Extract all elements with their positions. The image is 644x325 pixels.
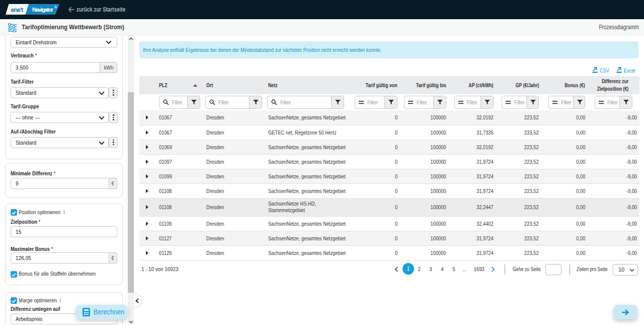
svg-text:Navigator: Navigator — [32, 7, 54, 13]
svg-text:ene't: ene't — [11, 7, 24, 14]
svg-text:®: ® — [54, 6, 57, 9]
